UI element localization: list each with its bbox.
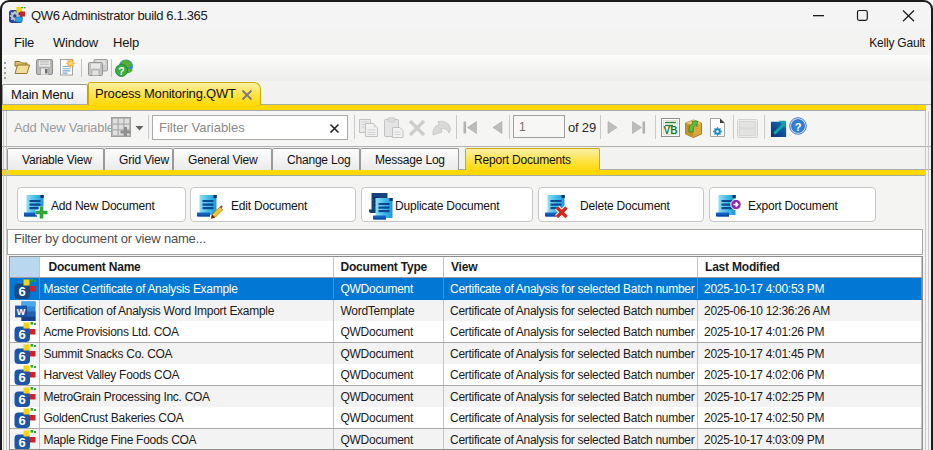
- svg-text:?: ?: [795, 121, 802, 133]
- svg-text:VB: VB: [664, 125, 678, 136]
- svg-text:?: ?: [118, 65, 124, 77]
